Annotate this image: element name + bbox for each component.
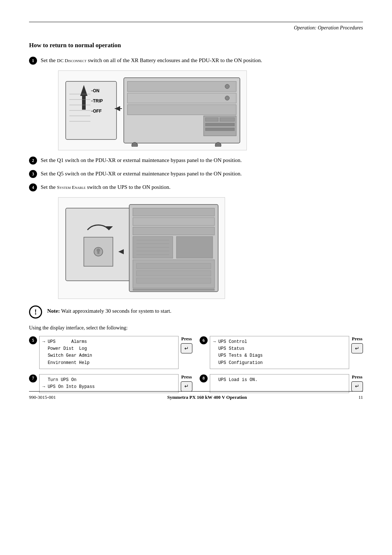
note-bold: Note: xyxy=(47,308,60,314)
section-title: How to return to normal operation xyxy=(29,42,363,49)
enter-button-8: ↵ xyxy=(351,381,363,392)
svg-rect-39 xyxy=(133,218,215,226)
grid-step-6-left: 6 xyxy=(200,336,208,369)
svg-rect-35 xyxy=(97,251,99,254)
svg-point-26 xyxy=(132,142,138,147)
svg-point-19 xyxy=(225,84,229,89)
press-label-7: Press xyxy=(181,374,192,380)
grid-step-8-screen: UPS Load is ON. xyxy=(210,374,349,393)
step-3-text: Set the Q5 switch on the PDU-XR or exter… xyxy=(41,170,363,178)
svg-rect-25 xyxy=(205,128,234,131)
svg-rect-40 xyxy=(133,227,215,235)
diagram-2 xyxy=(58,197,225,299)
grid-step-5-screen: → UPS Alarms Power Dist Log Switch Gear … xyxy=(39,336,179,369)
step-2-text: Set the Q1 switch on the PDU-XR or exter… xyxy=(41,156,363,165)
svg-rect-22 xyxy=(205,118,218,121)
enter-button-5: ↵ xyxy=(181,343,192,353)
step-number-8: 8 xyxy=(200,374,208,382)
grid-step-8: 8 UPS Load is ON. Press ↵ xyxy=(200,374,363,393)
note-icon: ! xyxy=(29,305,42,319)
page-header: Operation: Operation Procedures xyxy=(29,22,363,31)
grid-step-6-right: Press ↵ xyxy=(351,336,363,369)
grid-step-7-left: 7 xyxy=(29,374,37,393)
step-1: 1 Set the DC Disconnect switch on all of… xyxy=(29,56,363,65)
svg-text:ON: ON xyxy=(93,88,99,93)
note-text: Note: Wait approximately 30 seconds for … xyxy=(47,305,171,315)
step-4-text: Set the System Enable switch on the UPS … xyxy=(41,183,363,191)
grid-step-6: 6 → UPS Control UPS Status UPS Tests & D… xyxy=(200,336,363,369)
svg-rect-47 xyxy=(176,236,213,258)
step-4: 4 Set the System Enable switch on the UP… xyxy=(29,183,363,191)
step-1-text: Set the DC Disconnect switch on all of t… xyxy=(41,56,363,65)
svg-rect-23 xyxy=(220,118,234,121)
diagram-1: ON TRIP OFF xyxy=(58,70,247,150)
svg-text:TRIP: TRIP xyxy=(93,98,103,104)
svg-rect-52 xyxy=(133,289,215,291)
svg-rect-18 xyxy=(127,105,236,115)
svg-rect-16 xyxy=(127,81,236,92)
footer-right: 11 xyxy=(358,394,363,400)
note-box: ! Note: Wait approximately 30 seconds fo… xyxy=(29,305,363,319)
footer-center: Symmetra PX 160 kW 400 V Operation xyxy=(167,394,247,400)
grid-step-7-screen: Turn UPS On → UPS On Into Bypass xyxy=(39,374,179,393)
grid-step-5: 5 → UPS Alarms Power Dist Log Switch Gea… xyxy=(29,336,192,369)
svg-point-20 xyxy=(225,96,229,100)
svg-rect-51 xyxy=(136,278,211,283)
step-number-5: 5 xyxy=(29,336,37,344)
system-enable-diagram-svg xyxy=(62,201,221,295)
step6-arrow: → xyxy=(213,339,218,344)
switch-diagram-svg: ON TRIP OFF xyxy=(62,74,243,147)
press-label-5: Press xyxy=(181,336,192,342)
step-3: 3 Set the Q5 switch on the PDU-XR or ext… xyxy=(29,170,363,178)
grid-step-8-left: 8 xyxy=(200,374,208,393)
step-number-3: 3 xyxy=(29,170,37,178)
grid-step-5-right: Press ↵ xyxy=(181,336,192,369)
header-text: Operation: Operation Procedures xyxy=(294,25,363,31)
press-label-6: Press xyxy=(352,336,362,342)
svg-rect-17 xyxy=(127,93,236,103)
display-intro: Using the display interface, select the … xyxy=(29,325,363,331)
svg-rect-2 xyxy=(82,95,86,110)
grid-step-8-right: Press ↵ xyxy=(351,374,363,393)
grid-step-7-right: Press ↵ xyxy=(181,374,192,393)
grid-step-7: 7 Turn UPS On → UPS On Into Bypass Press… xyxy=(29,374,192,393)
svg-rect-24 xyxy=(205,123,234,126)
step-number-2: 2 xyxy=(29,157,37,165)
note-content: Wait approximately 30 seconds for system… xyxy=(61,308,171,314)
page-footer: 990-3015-001 Symmetra PX 160 kW 400 V Op… xyxy=(29,391,363,400)
step-number-4: 4 xyxy=(29,183,37,191)
footer-left: 990-3015-001 xyxy=(29,394,56,400)
svg-point-27 xyxy=(215,142,221,147)
grid-step-6-screen: → UPS Control UPS Status UPS Tests & Dia… xyxy=(210,336,349,369)
step-2: 2 Set the Q1 switch on the PDU-XR or ext… xyxy=(29,156,363,165)
step7-arrow: → xyxy=(42,384,48,389)
svg-text:OFF: OFF xyxy=(93,109,102,114)
step-number-6: 6 xyxy=(200,336,208,344)
enter-button-7: ↵ xyxy=(181,381,192,392)
step5-arrow: → xyxy=(42,339,48,344)
steps-grid: 5 → UPS Alarms Power Dist Log Switch Gea… xyxy=(29,336,363,393)
svg-rect-38 xyxy=(133,208,215,216)
system-enable-label: System Enable xyxy=(57,185,86,190)
enter-button-6: ↵ xyxy=(351,343,363,353)
svg-rect-50 xyxy=(136,271,211,276)
step-number-7: 7 xyxy=(29,374,37,382)
step-number-1: 1 xyxy=(29,57,37,65)
svg-rect-49 xyxy=(136,263,211,269)
press-label-8: Press xyxy=(352,374,362,380)
dc-disconnect-label: DC Disconnect xyxy=(57,58,86,63)
grid-step-5-left: 5 xyxy=(29,336,37,369)
